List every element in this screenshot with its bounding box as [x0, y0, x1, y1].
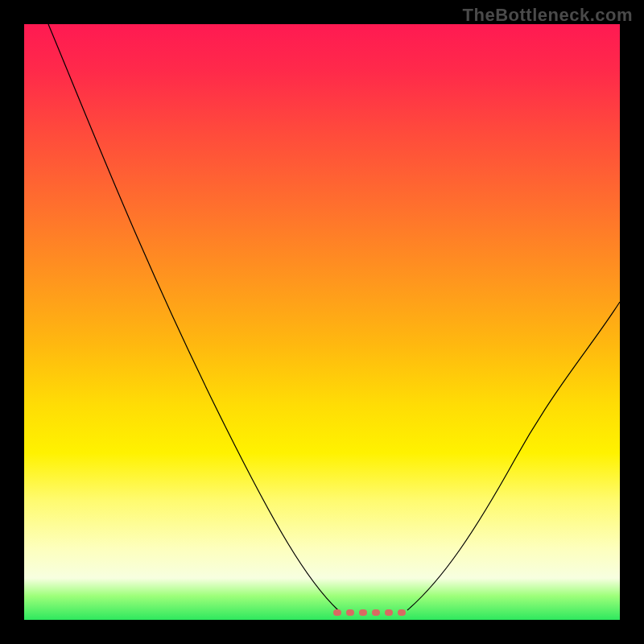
curve-left-limb: [48, 24, 338, 610]
curve-right-limb: [407, 302, 620, 610]
watermark-text: TheBottleneck.com: [463, 5, 633, 26]
curve-svg: [24, 24, 620, 620]
chart-frame: TheBottleneck.com: [0, 0, 644, 644]
plot-area: [24, 24, 620, 620]
